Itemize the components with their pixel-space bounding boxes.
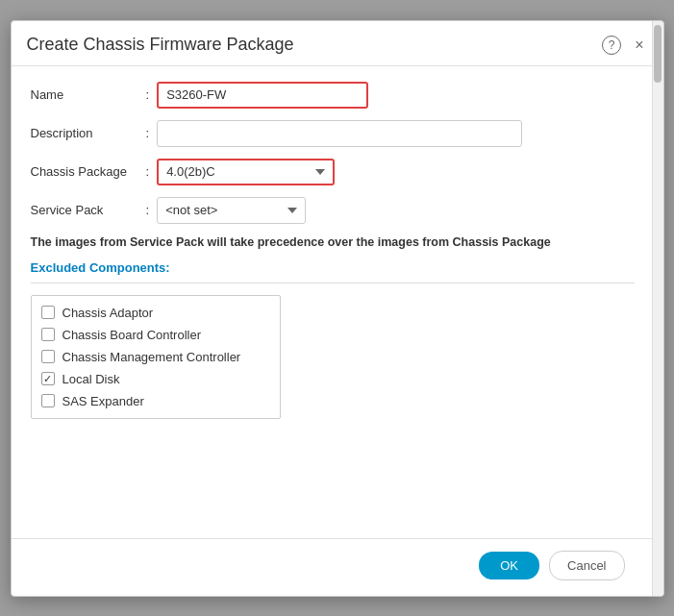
service-pack-label: Service Pack [31,203,146,217]
description-row: Description : [31,120,635,147]
description-label: Description [31,126,146,140]
dialog-title: Create Chassis Firmware Package [27,35,294,55]
help-icon[interactable]: ? [602,36,621,55]
header-icons: ? × [602,35,647,56]
chassis-package-colon: : [146,164,150,179]
dialog-body: Name : Description : Chassis Package : 4… [12,66,663,538]
dialog-header: Create Chassis Firmware Package ? × [12,21,663,66]
components-list: Chassis Adaptor Chassis Board Controller… [31,295,281,419]
dialog: Create Chassis Firmware Package ? × Name… [11,20,664,597]
list-item: Chassis Adaptor [32,302,280,324]
scroll-thumb [654,25,662,83]
list-item: ✓ Local Disk [32,368,280,390]
ok-button[interactable]: OK [479,552,539,579]
description-input[interactable] [157,120,522,147]
service-pack-colon: : [146,203,150,217]
cancel-button[interactable]: Cancel [549,551,624,580]
excluded-title: Excluded Components: [31,260,635,275]
description-colon: : [146,126,150,140]
name-label: Name [31,87,146,102]
list-item: Chassis Management Controller [32,346,280,368]
divider [31,283,635,283]
chassis-board-controller-checkbox[interactable] [41,328,55,341]
name-colon: : [146,87,150,102]
chassis-board-controller-label: Chassis Board Controller [62,328,202,342]
chassis-adaptor-label: Chassis Adaptor [62,306,154,320]
chassis-package-label: Chassis Package [31,164,146,179]
name-row: Name : [31,82,635,109]
dialog-overlay: Create Chassis Firmware Package ? × Name… [0,0,674,616]
name-input[interactable] [157,82,368,109]
sas-expander-label: SAS Expander [62,394,144,408]
dialog-footer: OK Cancel [12,538,663,596]
close-button[interactable]: × [631,35,647,56]
chassis-management-controller-checkbox[interactable] [41,350,55,363]
excluded-section: Excluded Components: Chassis Adaptor Cha… [31,260,635,419]
scrollbar[interactable] [652,21,663,596]
list-item: Chassis Board Controller [32,324,280,346]
chassis-package-select[interactable]: 4.0(2b)C [157,159,335,185]
sas-expander-checkbox[interactable] [41,394,55,407]
chassis-package-row: Chassis Package : 4.0(2b)C [31,159,635,185]
info-text: The images from Service Pack will take p… [31,235,635,249]
local-disk-label: Local Disk [62,372,120,386]
chassis-management-controller-label: Chassis Management Controller [62,350,241,364]
service-pack-select[interactable]: <not set> [157,197,306,224]
list-item: SAS Expander [32,390,280,412]
checkmark-icon: ✓ [43,374,52,384]
chassis-adaptor-checkbox[interactable] [41,306,55,319]
local-disk-checkbox[interactable]: ✓ [41,372,55,385]
service-pack-row: Service Pack : <not set> [31,197,635,224]
